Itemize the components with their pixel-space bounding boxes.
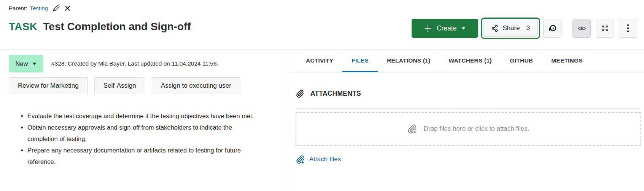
kebab-menu-icon	[627, 24, 629, 32]
dropzone-text: Drop files here or click to attach files…	[424, 125, 530, 133]
remove-parent-button[interactable]	[65, 5, 70, 11]
tab-watchers[interactable]: WATCHERS (1)	[439, 50, 501, 72]
page-title: TASK Test Completion and Sign-off	[9, 21, 191, 33]
work-package-meta: #328: Created by Mia Bayer. Last updated…	[51, 60, 218, 67]
watch-button[interactable]	[572, 19, 591, 38]
status-row: New #328: Created by Mia Bayer. Last upd…	[9, 55, 287, 72]
attachments-section: ATTACHMENTS Drop files here or click to …	[288, 89, 644, 164]
work-package-subject[interactable]: Test Completion and Sign-off	[43, 21, 191, 33]
status-label: New	[15, 60, 28, 67]
attachments-header: ATTACHMENTS	[296, 89, 641, 98]
chevron-down-icon	[32, 63, 37, 65]
create-button[interactable]: Create	[412, 19, 478, 38]
share-button-highlight-ring: Share 3	[481, 18, 540, 39]
attach-files-link[interactable]: Attach files	[296, 155, 341, 164]
status-dropdown[interactable]: New	[9, 55, 43, 72]
edit-parent-button[interactable]	[53, 5, 60, 11]
toolbar: Create Share 3	[412, 18, 637, 39]
share-button[interactable]: Share 3	[483, 20, 538, 37]
expand-arrows-icon	[601, 25, 609, 32]
close-icon	[65, 5, 70, 11]
more-actions-button[interactable]	[619, 19, 637, 38]
paperclip-plus-icon	[407, 124, 417, 134]
parent-link-testing[interactable]: Testing	[30, 5, 48, 11]
tab-meetings[interactable]: MEETINGS	[542, 50, 592, 72]
plus-icon	[424, 24, 432, 32]
parent-label: Parent:	[9, 5, 27, 11]
tab-relations[interactable]: RELATIONS (1)	[378, 50, 439, 72]
tab-bar: ACTIVITY FILES RELATIONS (1) WATCHERS (1…	[288, 50, 644, 72]
description-bullet: Obtain necessary approvals and sign-off …	[27, 122, 256, 144]
history-clock-icon	[548, 24, 557, 32]
pencil-icon	[53, 5, 60, 11]
paperclip-plus-icon	[296, 155, 305, 164]
baseline-comparison-button[interactable]	[543, 19, 561, 38]
fullscreen-button[interactable]	[596, 19, 614, 38]
tab-github[interactable]: GITHUB	[501, 50, 542, 72]
tab-files[interactable]: FILES	[342, 50, 378, 72]
create-button-label: Create	[437, 24, 457, 32]
breadcrumb: Parent: Testing	[9, 5, 70, 11]
work-package-details-panel: New #328: Created by Mia Bayer. Last upd…	[0, 50, 287, 191]
file-dropzone[interactable]: Drop files here or click to attach files…	[296, 112, 641, 146]
work-package-side-panel: ACTIVITY FILES RELATIONS (1) WATCHERS (1…	[288, 50, 644, 191]
share-icon	[491, 25, 498, 32]
eye-icon	[578, 26, 586, 31]
workflow-buttons: Review for Marketing Self-Assign Assign …	[9, 77, 287, 94]
attachments-heading: ATTACHMENTS	[310, 90, 361, 98]
description-bullet: Prepare any necessary documentation or a…	[27, 144, 256, 167]
tab-activity[interactable]: ACTIVITY	[297, 50, 342, 72]
attachments-divider	[296, 108, 641, 109]
work-package-type: TASK	[9, 21, 37, 33]
paperclip-icon	[296, 89, 304, 98]
attach-files-label: Attach files	[309, 156, 341, 163]
workflow-button-self-assign[interactable]: Self-Assign	[94, 77, 145, 94]
work-package-header: Parent: Testing TASK Test Completion and…	[0, 0, 644, 50]
share-count: 3	[526, 24, 530, 32]
share-button-label: Share	[502, 24, 520, 32]
description-bullet-list: Evaluate the test coverage and determine…	[9, 110, 256, 167]
chevron-down-icon	[461, 27, 466, 30]
workflow-button-assign-to-executing-user[interactable]: Assign to executing user	[152, 77, 240, 94]
workflow-button-review-for-marketing[interactable]: Review for Marketing	[9, 77, 88, 94]
description-bullet: Evaluate the test coverage and determine…	[27, 110, 256, 122]
